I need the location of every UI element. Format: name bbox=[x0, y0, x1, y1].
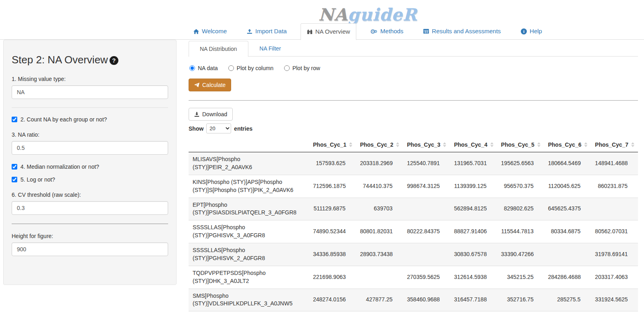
missing-value-input[interactable] bbox=[12, 85, 168, 99]
column-label: Phos_Cyc_3 bbox=[407, 141, 440, 148]
median-normalization-checkbox[interactable] bbox=[12, 164, 17, 170]
subtab-na-distribution[interactable]: NA Distribution bbox=[189, 41, 248, 57]
column-header-phos-cyc-3[interactable]: Phos_Cyc_3 bbox=[403, 137, 450, 152]
table-row[interactable]: SSSSLLAS[Phospho (STY)]PGHISVK_2_A0FGR83… bbox=[189, 243, 638, 266]
sort-icon[interactable] bbox=[396, 142, 399, 147]
row-name-cell: SSSSLLAS[Phospho (STY)]PGHISVK_3_A0FGR8 bbox=[189, 220, 309, 243]
column-header-phos-cyc-6[interactable]: Phos_Cyc_6 bbox=[544, 137, 591, 152]
tab-help[interactable]: iHelp bbox=[514, 23, 549, 40]
value-cell: 248274.0156 bbox=[309, 289, 356, 311]
table-length-control: Show 20 entries bbox=[189, 123, 638, 133]
cv-threshold-input[interactable] bbox=[12, 201, 168, 215]
na-ratio-input[interactable] bbox=[12, 141, 168, 155]
value-cell: 80562.07031 bbox=[591, 220, 638, 243]
figure-height-label: Height for figure: bbox=[12, 233, 168, 239]
column-header-phos-cyc-5[interactable]: Phos_Cyc_5 bbox=[497, 137, 544, 152]
radio-plot-by-row[interactable]: Plot by row bbox=[284, 65, 320, 71]
radio-input-na-data[interactable] bbox=[189, 65, 195, 71]
nav-label: Results and Assessments bbox=[432, 27, 501, 35]
table-row[interactable]: MLISAVS[Phospho (STY)]PEIR_2_A0AVK615759… bbox=[189, 152, 638, 175]
row-name-cell: SSSSLLAS[Phospho (STY)]PGHISVK_2_A0FGR8 bbox=[189, 243, 309, 266]
subtab-na-filter[interactable]: NA Filter bbox=[248, 40, 293, 57]
table-row[interactable]: EPT[Phospho (STY)]PSIASDISLPIATQELR_3_A0… bbox=[189, 198, 638, 220]
logo-part-guider: guideR bbox=[348, 5, 417, 24]
value-cell: 270359.5625 bbox=[403, 266, 450, 289]
row-name-cell: TQDPVPPETPSDS[Phospho (STY)]DHK_3_A0JLT2 bbox=[189, 266, 309, 289]
column-header-phos-cyc-7[interactable]: Phos_Cyc_7 bbox=[591, 137, 638, 152]
show-label: Show bbox=[189, 125, 203, 132]
sort-icon[interactable] bbox=[631, 142, 634, 147]
sort-icon[interactable] bbox=[537, 142, 540, 147]
sort-icon[interactable] bbox=[349, 142, 352, 147]
value-cell: 125540.7891 bbox=[403, 152, 450, 175]
header: NAguideR bbox=[46, 0, 644, 23]
count-na-checkbox[interactable] bbox=[12, 117, 17, 122]
app-logo: NAguideR bbox=[319, 6, 417, 23]
tab-na-overview[interactable]: NA Overview bbox=[301, 23, 357, 40]
sort-icon[interactable] bbox=[584, 142, 587, 147]
entries-select[interactable]: 20 bbox=[206, 123, 231, 133]
row-name-cell: MLISAVS[Phospho (STY)]PEIR_2_A0AVK6 bbox=[189, 152, 309, 175]
calculate-button[interactable]: Calculate bbox=[189, 79, 231, 91]
column-header-phos-cyc-2[interactable]: Phos_Cyc_2 bbox=[356, 137, 403, 152]
value-cell: 331924.5625 bbox=[591, 289, 638, 311]
value-cell: 316457.7188 bbox=[450, 289, 497, 311]
value-cell: 1139399.125 bbox=[450, 175, 497, 198]
column-header-phos-cyc-1[interactable]: Phos_Cyc_1 bbox=[309, 137, 356, 152]
value-cell: 639703 bbox=[356, 198, 403, 220]
subtab-bar: NA DistributionNA Filter bbox=[189, 40, 638, 57]
value-cell: 1120045.625 bbox=[544, 175, 591, 198]
value-cell: 860231.875 bbox=[591, 175, 638, 198]
subtab-label: NA Filter bbox=[260, 45, 281, 52]
value-cell: 180664.5469 bbox=[544, 152, 591, 175]
main-divider bbox=[189, 100, 638, 101]
sort-icon[interactable] bbox=[490, 142, 494, 147]
row-name-header bbox=[189, 137, 309, 152]
nav-label: NA Overview bbox=[315, 28, 350, 36]
column-label: Phos_Cyc_5 bbox=[501, 141, 534, 148]
download-button[interactable]: Download bbox=[189, 108, 233, 121]
na-data-table: Phos_Cyc_1Phos_Cyc_2Phos_Cyc_3Phos_Cyc_4… bbox=[189, 137, 638, 311]
value-cell: 31978.69141 bbox=[591, 243, 638, 266]
column-label: Phos_Cyc_1 bbox=[313, 141, 346, 148]
table-icon bbox=[423, 29, 429, 34]
value-cell: 74890.52344 bbox=[309, 220, 356, 243]
nav-label: Methods bbox=[380, 27, 404, 35]
radio-na-data[interactable]: NA data bbox=[189, 65, 218, 71]
radio-input-plot-by-column[interactable] bbox=[228, 65, 234, 71]
value-cell: 358460.9688 bbox=[403, 289, 450, 311]
row-name-cell: EPT[Phospho (STY)]PSIASDISLPIATQELR_3_A0… bbox=[189, 198, 309, 220]
upload-icon bbox=[247, 29, 252, 34]
logo-part-na: NA bbox=[319, 5, 348, 24]
count-na-label: 2. Count NA by each group or not? bbox=[20, 116, 107, 123]
sidebar-divider bbox=[12, 107, 168, 108]
question-circle-icon[interactable]: ? bbox=[110, 56, 118, 65]
table-row[interactable]: TQDPVPPETPSDS[Phospho (STY)]DHK_3_A0JLT2… bbox=[189, 266, 638, 289]
tab-welcome[interactable]: Welcome bbox=[187, 23, 233, 40]
log-checkbox[interactable] bbox=[12, 177, 17, 182]
table-row[interactable]: SSSSLLAS[Phospho (STY)]PGHISVK_3_A0FGR87… bbox=[189, 220, 638, 243]
radio-input-plot-by-row[interactable] bbox=[284, 65, 290, 71]
value-cell: 511129.6875 bbox=[309, 198, 356, 220]
radio-plot-by-column[interactable]: Plot by column bbox=[228, 65, 274, 71]
value-cell: 829802.625 bbox=[497, 198, 544, 220]
value-cell: 284286.4688 bbox=[544, 266, 591, 289]
tab-import-data[interactable]: Import Data bbox=[240, 23, 293, 40]
value-cell: 998674.3125 bbox=[403, 175, 450, 198]
column-header-phos-cyc-4[interactable]: Phos_Cyc_4 bbox=[450, 137, 497, 152]
sort-icon[interactable] bbox=[443, 142, 446, 147]
value-cell: 203317.4063 bbox=[591, 266, 638, 289]
tab-results-and-assessments[interactable]: Results and Assessments bbox=[417, 23, 507, 40]
log-label: 5. Log or not? bbox=[20, 176, 55, 183]
table-row[interactable]: KINS[Phospho (STY)]APS[Phospho (STY)]S[P… bbox=[189, 175, 638, 198]
radio-label: Plot by row bbox=[293, 65, 320, 71]
value-cell: 115544.7813 bbox=[497, 220, 544, 243]
value-cell: 195625.6563 bbox=[497, 152, 544, 175]
sidebar-title: Step 2: NA Overview? bbox=[12, 54, 168, 66]
value-cell: 744410.375 bbox=[356, 175, 403, 198]
table-row[interactable]: SMS[Phospho (STY)]VDLSHIPLKDPLLFK_3_A0JN… bbox=[189, 289, 638, 311]
tab-methods[interactable]: ⚙⚙Methods bbox=[364, 23, 410, 40]
figure-height-input[interactable] bbox=[12, 242, 168, 256]
value-cell: 312614.5938 bbox=[450, 266, 497, 289]
median-normalization-label: 4. Median normalization or not? bbox=[20, 164, 99, 170]
